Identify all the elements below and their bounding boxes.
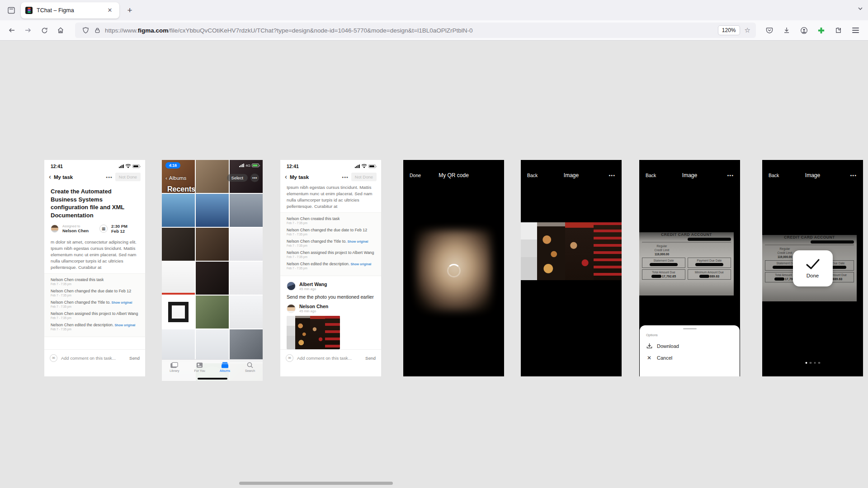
list-tabs-chevron-icon[interactable] bbox=[857, 5, 863, 14]
frame-qr-code-loading[interactable]: Full Screen Task _ Full Screen Im... My … bbox=[403, 160, 504, 376]
comment-bar: ✉ Add comment on this task... Send bbox=[280, 349, 381, 366]
not-done-button[interactable]: Not Done bbox=[115, 173, 141, 181]
back-button[interactable] bbox=[5, 23, 19, 38]
select-button[interactable]: Select bbox=[227, 174, 248, 182]
loading-spinner bbox=[447, 264, 461, 277]
image-menu-icon[interactable]: ••• bbox=[609, 173, 615, 178]
comment-input[interactable]: Add comment on this task... bbox=[61, 356, 126, 361]
image-menu-icon[interactable]: ••• bbox=[850, 173, 857, 178]
show-original-link[interactable]: Show original bbox=[348, 240, 368, 243]
horizontal-scrollbar[interactable] bbox=[239, 482, 393, 485]
frame-image-viewer-menu[interactable]: Full Screen Task _ Full Screen Im... Ima… bbox=[521, 160, 622, 376]
calendar-icon: ▦ bbox=[99, 225, 108, 233]
viewed-image[interactable]: CREDIT CARD ACCOUNT Regular Credit Limit… bbox=[639, 232, 740, 296]
show-original-link[interactable]: Show original bbox=[114, 324, 135, 327]
avatar bbox=[287, 282, 296, 291]
url-text: https://www.figma.com/file/cxYbbuQvCOtiK… bbox=[105, 27, 718, 34]
activity-item: Nelson Chen created this taskFeb 7 - 7:3… bbox=[287, 216, 375, 225]
credit-card-statement: CREDIT CARD ACCOUNT Regular Credit Limit… bbox=[639, 232, 734, 296]
extensions-puzzle-icon[interactable] bbox=[831, 23, 845, 38]
back-button[interactable]: Back bbox=[646, 173, 656, 178]
photo-tile[interactable] bbox=[162, 228, 195, 261]
not-done-button[interactable]: Not Done bbox=[351, 173, 377, 181]
photo-tile[interactable] bbox=[230, 228, 263, 261]
send-button[interactable]: Send bbox=[365, 356, 376, 361]
tab-for-you[interactable]: For You bbox=[187, 362, 212, 372]
done-button[interactable]: Done bbox=[410, 173, 421, 178]
battery-icon bbox=[132, 164, 140, 168]
new-tab-button[interactable]: + bbox=[123, 4, 137, 17]
photo-tile[interactable] bbox=[230, 296, 263, 328]
page-dots bbox=[805, 362, 820, 364]
send-button[interactable]: Send bbox=[129, 356, 140, 361]
tab-library[interactable]: Library bbox=[162, 362, 187, 372]
photo-tile[interactable] bbox=[162, 262, 195, 295]
call-time-pill[interactable]: 4:16 bbox=[165, 162, 180, 169]
albums-back-button[interactable]: ‹Albums bbox=[165, 175, 186, 181]
forward-button[interactable] bbox=[21, 23, 35, 38]
photo-tile[interactable] bbox=[196, 228, 229, 261]
more-options-icon[interactable]: ••• bbox=[250, 174, 259, 182]
adblock-plus-icon[interactable] bbox=[814, 23, 828, 38]
pocket-icon[interactable] bbox=[762, 23, 777, 38]
photo-tile[interactable] bbox=[162, 296, 195, 328]
photo-tile[interactable] bbox=[196, 194, 229, 227]
menu-hamburger-icon[interactable] bbox=[848, 23, 863, 38]
tab-close-icon[interactable]: ✕ bbox=[105, 5, 115, 15]
browser-tab[interactable]: TChat – Figma ✕ bbox=[21, 2, 119, 19]
frame-photos-screenshot[interactable]: IMG_F671CEA9B4E8-1 1 4:16 4G ‹Albums Sel… bbox=[162, 160, 263, 381]
task-menu-icon[interactable]: ••• bbox=[342, 174, 349, 180]
frame-full-screen-task-loading-state[interactable]: Full Screen Task _ Loading State 12:41 ‹… bbox=[44, 160, 145, 376]
assignee-avatar bbox=[51, 225, 59, 233]
account-icon[interactable] bbox=[797, 23, 811, 38]
tab-search[interactable]: Search bbox=[237, 362, 263, 372]
back-button[interactable]: Back bbox=[769, 173, 779, 178]
download-icon bbox=[646, 343, 652, 349]
reload-button[interactable] bbox=[37, 23, 52, 38]
viewed-image[interactable] bbox=[521, 222, 622, 280]
photo-tile[interactable] bbox=[196, 296, 229, 328]
tracking-shield-icon[interactable] bbox=[80, 27, 91, 34]
photo-tile[interactable] bbox=[230, 194, 263, 227]
chat-photo-attachment[interactable] bbox=[287, 316, 340, 349]
photo-tile[interactable] bbox=[230, 262, 263, 295]
comment-input[interactable]: Add comment on this task... bbox=[297, 356, 362, 361]
figma-canvas[interactable]: Full Screen Task _ Loading State 12:41 ‹… bbox=[0, 41, 868, 488]
redaction-bar bbox=[688, 238, 731, 241]
show-original-link[interactable]: Show original bbox=[350, 263, 371, 266]
redaction-bar bbox=[651, 275, 661, 278]
show-original-link[interactable]: Show original bbox=[112, 301, 132, 304]
back-button[interactable]: Back bbox=[527, 173, 538, 178]
frame-image-viewer-done[interactable]: Full Screen Task _ Full Screen Im... Ima… bbox=[762, 160, 863, 376]
back-chevron-icon[interactable]: ‹ bbox=[49, 173, 51, 180]
done-toast: Done bbox=[793, 250, 833, 286]
activity-item: Nelson Chen assigned this project to Alb… bbox=[51, 311, 139, 319]
home-button[interactable] bbox=[53, 23, 68, 38]
tab-title: TChat – Figma bbox=[37, 7, 105, 14]
lock-icon[interactable] bbox=[91, 27, 103, 33]
photo-tile[interactable] bbox=[230, 329, 263, 362]
bookmark-star-icon[interactable]: ☆ bbox=[745, 26, 750, 34]
cancel-option[interactable]: ✕ Cancel bbox=[646, 355, 733, 361]
redaction-bar bbox=[699, 275, 709, 278]
wifi-icon bbox=[361, 164, 367, 169]
photo-tile[interactable] bbox=[162, 329, 195, 362]
tab-albums[interactable]: Albums bbox=[212, 362, 238, 372]
sheet-drag-handle[interactable] bbox=[683, 328, 697, 329]
task-menu-icon[interactable]: ••• bbox=[106, 174, 113, 180]
frame-image-viewer-options[interactable]: Full Screen Task _ Full Screen Im... Ima… bbox=[639, 160, 740, 376]
downloads-icon[interactable] bbox=[779, 23, 794, 38]
download-option[interactable]: Download bbox=[646, 343, 733, 349]
url-bar[interactable]: https://www.figma.com/file/cxYbbuQvCOtiK… bbox=[75, 23, 756, 38]
photo-tile[interactable] bbox=[162, 194, 195, 227]
wifi-icon bbox=[125, 164, 131, 169]
back-chevron-icon[interactable]: ‹ bbox=[285, 173, 287, 180]
photo-tile[interactable] bbox=[196, 329, 229, 362]
activity-log: Nelson Chen created this taskFeb 7 - 7:3… bbox=[44, 273, 145, 337]
frame-full-screen-task-default[interactable]: Full Screen Task _ Default 12:41 ‹ My ta… bbox=[280, 160, 381, 376]
firefox-view-icon[interactable] bbox=[4, 3, 19, 18]
image-menu-icon[interactable]: ••• bbox=[727, 173, 734, 178]
photo-tile[interactable] bbox=[196, 262, 229, 295]
figma-favicon-icon bbox=[25, 7, 33, 14]
page-zoom-badge[interactable]: 120% bbox=[718, 25, 740, 35]
